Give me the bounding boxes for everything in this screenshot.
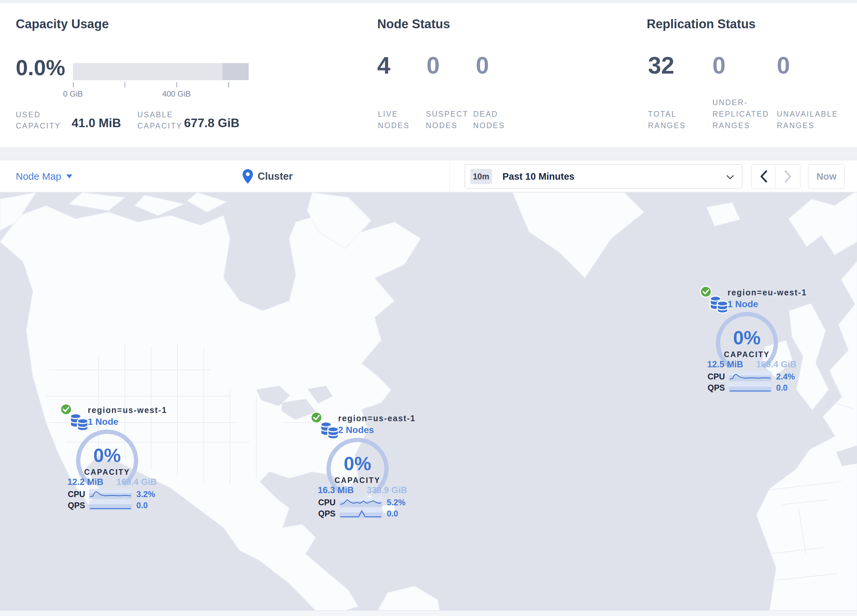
toolbar-divider [450,160,450,193]
cpu-sparkline [339,497,382,507]
map-pin-icon [243,169,253,184]
cpu-label: CPU [700,372,725,381]
time-window-badge: 10m [470,169,492,184]
node-count-link[interactable]: 1 Node [88,417,118,427]
chevron-down-icon [726,175,734,179]
caret-down-icon [67,174,72,178]
capacity-axis-tick [176,82,177,87]
qps-row: QPS 0.0 [700,383,804,392]
used-value: 16.3 MiB [318,485,354,496]
cpu-row: CPU 2.4% [700,371,804,381]
suspect-nodes-label: SUSPECTNODES [426,108,469,131]
time-range-label: Past 10 Minutes [503,171,574,182]
node-status-title: Node Status [377,17,450,31]
map-toolbar: Node Map Cluster 10m Past 10 Minutes Now [0,160,857,192]
node-count-link[interactable]: 2 Nodes [338,425,374,435]
time-nav-group [751,164,800,188]
capacity-values: 12.2 MiB 169.4 GiB [67,477,157,487]
qps-value: 0.0 [776,383,788,392]
summary-stats-bar: Capacity Usage 0.0% 0 GiB 400 GiB USED C… [0,3,857,148]
node-map[interactable] [0,193,857,610]
unavailable-count: 0 [777,52,790,79]
view-selector-dropdown[interactable]: Node Map [16,160,72,193]
capacity-bar [73,63,249,80]
cpu-value: 5.2% [387,498,405,507]
page-footer-strip [0,610,857,616]
chevron-left-icon [760,170,767,183]
cpu-row: CPU 3.2% [60,489,164,499]
cpu-sparkline [729,371,772,381]
usable-capacity-value: 677.8 GiB [184,116,240,130]
dead-nodes-count: 0 [476,52,489,79]
qps-value: 0.0 [136,501,148,510]
time-next-button[interactable] [776,165,800,188]
used-value: 12.5 MiB [707,360,743,370]
capacity-axis-tick [73,82,74,87]
capacity-gauge-label: CAPACITY [321,476,394,485]
used-capacity-label: USED CAPACITY [16,109,61,131]
region-label: region=us-east-1 [338,414,416,423]
under-replicated-count: 0 [712,52,726,79]
region-marker-eu-west-1[interactable]: region=eu-west-1 1 Node 0% CAPACITY 12.5… [700,285,804,395]
cpu-row: CPU 5.2% [311,497,415,507]
cpu-sparkline [89,489,132,499]
capacity-percent: 0.0% [16,55,65,80]
cpu-label: CPU [60,489,85,499]
live-nodes-count: 4 [377,52,390,79]
now-button[interactable]: Now [808,164,845,188]
capacity-axis-label: 0 GiB [46,90,99,99]
capacity-gauge-label: CAPACITY [70,468,144,477]
qps-sparkline [339,508,382,518]
unavailable-label: UNAVAILABLERANGES [777,97,838,131]
cpu-value: 2.4% [776,372,795,381]
view-selector-label: Node Map [16,171,61,182]
cpu-value: 3.2% [136,489,155,499]
under-replicated-label: UNDER-REPLICATEDRANGES [712,97,769,131]
capacity-values: 12.5 MiB 169.4 GiB [707,360,797,370]
used-capacity-value: 41.0 MiB [72,116,121,130]
qps-label: QPS [700,383,725,392]
qps-sparkline [729,383,772,392]
capacity-gauge-percent: 0% [321,452,394,474]
capacity-values: 16.3 MiB 338.9 GiB [318,485,407,496]
region-label: region=us-west-1 [88,405,167,415]
cpu-label: CPU [311,498,336,507]
region-marker-us-west-1[interactable]: region=us-west-1 1 Node 0% CAPACITY 12.2… [60,403,164,513]
region-label: region=eu-west-1 [727,288,807,297]
capacity-usage-title: Capacity Usage [16,17,109,31]
capacity-axis-tick [228,82,229,87]
qps-sparkline [89,500,132,510]
capacity-bar-reserved-segment [223,63,249,80]
time-prev-button[interactable] [752,165,776,188]
usable-capacity-label: USABLE CAPACITY [138,109,183,131]
world-map-graphic [0,193,857,610]
replication-status-title: Replication Status [647,17,756,31]
node-count-link[interactable]: 1 Node [727,299,758,309]
breadcrumb-label: Cluster [258,170,293,182]
dead-nodes-label: DEADNODES [473,108,505,131]
total-value: 169.4 GiB [116,477,157,487]
cluster-overview-page: Capacity Usage 0.0% 0 GiB 400 GiB USED C… [0,0,857,616]
qps-row: QPS 0.0 [311,508,415,518]
total-ranges-label: TOTALRANGES [648,97,686,131]
capacity-gauge-percent: 0% [70,444,144,466]
qps-label: QPS [311,509,336,519]
qps-row: QPS 0.0 [60,500,164,510]
time-range-dropdown[interactable]: 10m Past 10 Minutes [465,164,742,188]
capacity-axis-label: 400 GiB [150,90,203,99]
qps-label: QPS [60,501,85,510]
capacity-gauge-percent: 0% [710,327,784,349]
capacity-gauge-label: CAPACITY [710,350,784,359]
live-nodes-label: LIVENODES [378,108,410,131]
total-ranges-count: 32 [648,52,674,79]
suspect-nodes-count: 0 [427,52,440,79]
chevron-right-icon [784,170,792,183]
region-marker-us-east-1[interactable]: region=us-east-1 2 Nodes 0% CAPACITY 16.… [311,411,415,521]
qps-value: 0.0 [387,509,398,519]
total-value: 338.9 GiB [367,485,407,496]
total-value: 169.4 GiB [756,360,797,370]
locality-breadcrumb[interactable]: Cluster [243,160,293,193]
used-value: 12.2 MiB [67,477,104,487]
capacity-axis-tick [125,82,125,87]
